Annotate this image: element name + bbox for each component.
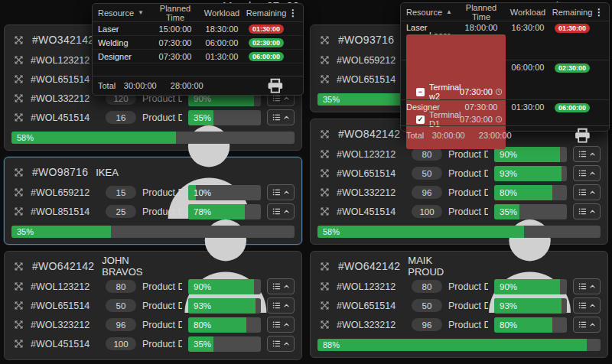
total-workload: 28:00:00 [164, 81, 209, 90]
list-icon [272, 340, 281, 348]
total-label: Total [98, 81, 116, 90]
column-remaining: Remaining [244, 8, 288, 18]
move-icon[interactable] [319, 187, 330, 198]
kebab-menu-icon[interactable] [594, 7, 604, 18]
product-description: Product Description [448, 301, 488, 311]
progress-bar: 35% [494, 204, 567, 219]
progress-label: 58% [323, 227, 340, 236]
workline-row: #WOL332212 96 Product Description 80% [317, 183, 601, 202]
quantity-pill: 80 [106, 280, 136, 293]
column-resource[interactable]: Resource ▼ [98, 8, 151, 18]
move-icon[interactable] [319, 206, 330, 217]
progress-label: 10% [194, 188, 211, 197]
resource-row: Welding 07:30:00 06:00:00 02:30:00 [93, 36, 303, 50]
chevron-up-icon [589, 189, 596, 196]
workload: 06:00:00 [506, 63, 550, 72]
move-icon[interactable] [13, 261, 24, 272]
details-button[interactable] [267, 184, 295, 200]
sort-desc-icon: ▼ [138, 9, 144, 16]
details-button[interactable] [573, 184, 601, 200]
list-icon [578, 320, 587, 329]
move-icon[interactable] [319, 261, 330, 272]
workline-id: #WOL323212 [31, 320, 99, 330]
workline-id: #WOL332212 [337, 187, 405, 198]
workline-id: #WOL451514 [337, 206, 405, 217]
details-button[interactable] [267, 336, 295, 352]
move-icon[interactable] [319, 148, 330, 160]
move-icon[interactable] [13, 93, 24, 104]
workline-id: #WOL323212 [337, 320, 405, 330]
planned-time: 15:00:00 [151, 24, 200, 34]
details-button[interactable] [267, 317, 295, 333]
move-icon[interactable] [319, 34, 330, 46]
move-icon[interactable] [13, 206, 24, 217]
move-icon[interactable] [319, 281, 330, 292]
progress-bar: 80% [494, 185, 567, 200]
planned-time: 07:30:00 [151, 52, 200, 61]
kebab-menu-icon[interactable] [288, 8, 298, 18]
workload: 16:30:00 [506, 23, 550, 32]
move-icon[interactable] [319, 167, 330, 179]
progress-fill [317, 339, 587, 351]
move-icon[interactable] [319, 319, 330, 330]
workload: 01:30:00 [200, 52, 244, 61]
move-icon[interactable] [13, 54, 24, 66]
workorder-progress-bar: 58% [317, 226, 601, 238]
workline-id: #WOL451514 [31, 112, 99, 123]
print-icon[interactable] [562, 126, 604, 145]
move-icon[interactable] [13, 73, 24, 85]
move-icon[interactable] [13, 112, 24, 123]
move-icon[interactable] [319, 54, 330, 66]
list-icon [578, 188, 587, 197]
move-icon[interactable] [319, 300, 330, 311]
details-button[interactable] [573, 165, 601, 181]
workorder-header: #WO642142 JOHN BRAVOS [11, 255, 295, 277]
chevron-up-icon [589, 302, 596, 309]
progress-fill [11, 132, 176, 144]
details-button[interactable] [573, 297, 601, 314]
remaining-badge: 01:30:00 [555, 24, 590, 33]
move-icon[interactable] [13, 167, 24, 178]
quantity-pill: 50 [412, 299, 442, 312]
details-button[interactable] [573, 146, 601, 162]
workorder-progress-bar: 58% [11, 132, 295, 144]
remaining-badge: 02:30:00 [249, 38, 284, 47]
total-label: Total [406, 131, 424, 140]
move-icon[interactable] [319, 128, 330, 140]
move-icon[interactable] [13, 187, 24, 198]
remaining-badge: 06:00:00 [555, 103, 590, 112]
progress-bar: 80% [494, 317, 567, 333]
product-description: Product Description [142, 320, 182, 330]
workorder-id: #WO842142 [338, 128, 400, 140]
progress-label: 90% [500, 282, 517, 291]
move-icon[interactable] [13, 281, 24, 292]
move-icon[interactable] [13, 34, 24, 46]
workline-id: #WOL659212 [31, 187, 99, 198]
move-icon[interactable] [13, 300, 24, 311]
resource-row: Laser 15:00:00 18:30:00 01:30:00 [93, 22, 303, 36]
move-icon[interactable] [13, 338, 24, 349]
resource-total-row: Total 30:00:00 23:00:00 [401, 125, 609, 145]
details-button[interactable] [573, 317, 601, 333]
move-icon[interactable] [319, 73, 330, 85]
clock-icon [495, 62, 503, 177]
remaining-badge: 06:00:00 [249, 52, 284, 61]
workload: 18:30:00 [200, 24, 244, 34]
details-button[interactable] [267, 278, 295, 294]
chevron-up-icon [283, 283, 290, 290]
product-description: Product Description [448, 187, 488, 198]
workorder-progress-bar: 88% [317, 339, 601, 351]
progress-bar: 10% [188, 185, 261, 200]
progress-label: 35% [323, 95, 340, 104]
remaining-badge: 01:30:00 [249, 24, 284, 34]
details-button[interactable] [573, 278, 601, 294]
checkbox-checked-icon[interactable] [416, 115, 425, 124]
list-icon [578, 282, 587, 291]
progress-label: 35% [194, 113, 211, 122]
chevron-up-icon [283, 321, 290, 328]
list-icon [578, 301, 587, 310]
details-button[interactable] [267, 297, 295, 314]
move-icon[interactable] [13, 319, 24, 330]
print-icon[interactable] [253, 76, 298, 95]
product-description: Product Description [142, 339, 182, 349]
